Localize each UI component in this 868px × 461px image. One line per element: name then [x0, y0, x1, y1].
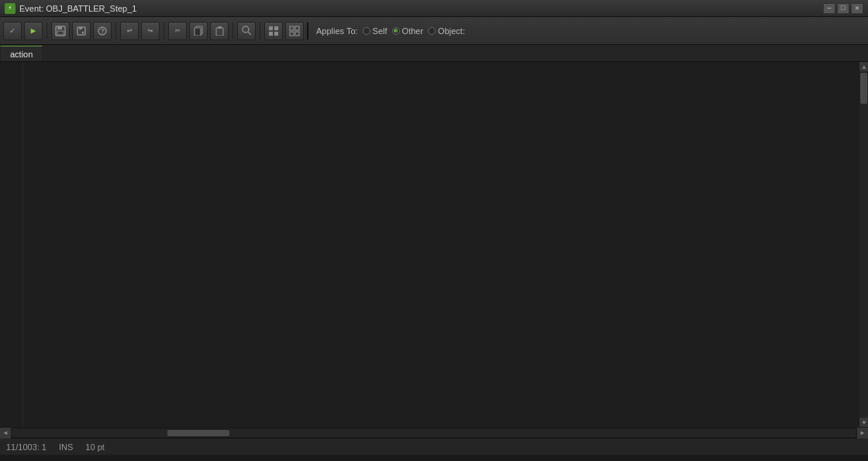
redo-button[interactable]: ↪ [141, 22, 160, 40]
close-button[interactable]: ✕ [851, 3, 863, 14]
title-icon: ⚡ [5, 3, 16, 14]
action-tab[interactable]: action [0, 46, 43, 61]
run-button[interactable]: ▶ [24, 22, 43, 40]
svg-rect-10 [216, 28, 223, 36]
svg-rect-15 [274, 26, 278, 30]
cut-button[interactable]: ✂ [168, 22, 187, 40]
search-button[interactable] [237, 22, 256, 40]
svg-rect-9 [195, 28, 201, 36]
scroll-right-arrow[interactable]: ▶ [857, 428, 868, 439]
maximize-button[interactable]: □ [837, 3, 849, 14]
svg-rect-19 [295, 26, 299, 30]
line-numbers [0, 62, 23, 427]
save-small-button[interactable] [72, 22, 91, 40]
svg-rect-21 [295, 32, 299, 36]
status-bar: 11/1003: 1 INS 10 pt [0, 438, 868, 455]
scroll-thumb[interactable] [860, 73, 867, 104]
title-text: Event: OBJ_BATTLER_Step_1 [19, 4, 823, 13]
scroll-left-arrow[interactable]: ◀ [0, 428, 11, 439]
applies-to-object[interactable]: Object: [428, 26, 465, 36]
svg-rect-4 [79, 27, 82, 29]
svg-rect-1 [57, 26, 62, 29]
undo-button[interactable]: ↩ [120, 22, 139, 40]
cursor-position: 11/1003: 1 [6, 442, 46, 452]
tab-bar: action [0, 45, 868, 62]
scroll-down-arrow[interactable]: ▼ [859, 418, 868, 427]
font-size: 10 pt [85, 442, 104, 452]
applies-to-section: Applies To: Self Other Object: [316, 26, 465, 36]
applies-to-label: Applies To: [316, 26, 358, 36]
check-button[interactable]: ✓ [3, 22, 22, 40]
svg-rect-17 [274, 32, 278, 36]
scroll-up-arrow[interactable]: ▲ [859, 62, 868, 71]
svg-rect-20 [290, 32, 294, 36]
paste-button[interactable] [210, 22, 229, 40]
unknown-button[interactable] [93, 22, 112, 40]
svg-point-5 [82, 31, 84, 33]
other-radio[interactable] [392, 27, 400, 35]
object-radio[interactable] [428, 27, 436, 35]
svg-line-13 [248, 32, 251, 35]
horizontal-scrollbar[interactable]: ◀ ▶ [0, 427, 868, 438]
other-label: Other [402, 26, 424, 36]
self-radio[interactable] [363, 27, 370, 35]
insert-mode: INS [59, 442, 73, 452]
editor-container: ▲ ▼ [0, 62, 868, 427]
toolbar: ✓ ▶ ↩ ↪ ✂ Applies To: Self Other [0, 17, 868, 45]
editor-wrapper [0, 62, 23, 427]
object-label: Object: [438, 26, 465, 36]
vertical-scrollbar[interactable]: ▲ ▼ [859, 62, 868, 427]
h-scroll-thumb[interactable] [167, 430, 229, 436]
svg-rect-11 [218, 26, 222, 29]
applies-to-other[interactable]: Other [392, 26, 424, 36]
self-label: Self [373, 26, 388, 36]
svg-rect-18 [290, 26, 294, 30]
minimize-button[interactable]: — [823, 3, 835, 14]
grid2-button[interactable] [285, 22, 304, 40]
title-bar: ⚡ Event: OBJ_BATTLER_Step_1 — □ ✕ [0, 0, 868, 17]
copy-button[interactable] [189, 22, 208, 40]
svg-rect-16 [269, 32, 273, 36]
svg-point-12 [243, 26, 249, 33]
svg-rect-14 [269, 26, 273, 30]
svg-rect-2 [57, 31, 64, 35]
applies-to-self[interactable]: Self [363, 26, 388, 36]
svg-point-7 [102, 33, 103, 34]
save-button[interactable] [51, 22, 70, 40]
h-scroll-track[interactable] [12, 429, 856, 437]
window-controls: — □ ✕ [823, 3, 863, 14]
scroll-track[interactable] [859, 71, 868, 418]
grid1-button[interactable] [264, 22, 283, 40]
